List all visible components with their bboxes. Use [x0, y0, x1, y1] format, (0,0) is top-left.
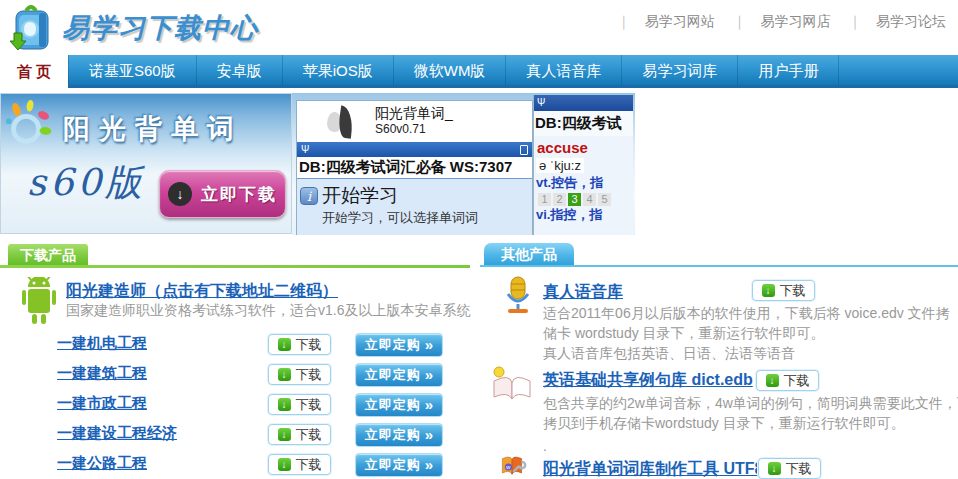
- top-link[interactable]: ｜易学习论坛: [834, 13, 946, 29]
- product-link[interactable]: 一建公路工程: [57, 454, 147, 473]
- banner-edition: s60版: [27, 158, 146, 208]
- nav-item[interactable]: 安卓版: [197, 55, 283, 85]
- word: accuse: [534, 136, 633, 156]
- top-links: ｜易学习网站 ｜易学习网店 ｜易学习论坛: [603, 13, 946, 31]
- product-link[interactable]: 一建建筑工程: [57, 364, 147, 383]
- download-arrow-icon: ↓: [168, 182, 192, 206]
- backpack-download-icon: [6, 3, 56, 53]
- toolkit-book-icon: w: [492, 455, 532, 479]
- book-bulb-icon: [490, 365, 532, 403]
- db-info-line: DB:四级考试词汇必备 WS:7307: [297, 157, 532, 178]
- order-now-button[interactable]: 立即定购 »: [355, 333, 443, 357]
- nav-item[interactable]: 微软WM版: [394, 55, 507, 85]
- banner-title: 阳光背单词: [63, 111, 243, 147]
- status-bar: Ψ: [297, 142, 532, 157]
- download-button[interactable]: ↓ 下载: [756, 370, 819, 391]
- product-link-builder[interactable]: 阳光建造师（点击有下载地址二维码）: [66, 281, 338, 302]
- product-link[interactable]: 一建市政工程: [57, 394, 147, 413]
- tab-other-products: 其他产品: [484, 243, 574, 266]
- meaning-vi: vi.指控，指: [534, 206, 633, 224]
- top-link[interactable]: ｜易学习网站: [603, 13, 715, 29]
- microphone-icon: [502, 276, 534, 314]
- antenna-icon: Ψ: [537, 97, 545, 108]
- tab-download-products: 下载产品: [8, 244, 88, 266]
- logo-link[interactable]: 易学习下载中心: [6, 3, 258, 53]
- download-button[interactable]: ↓ 下载: [268, 364, 331, 385]
- download-button[interactable]: ↓ 下载: [268, 334, 331, 355]
- banner-strip: 阳光背单词 s60版 ↓ 立即下载 阳光背单词_ S60v0.71: [0, 93, 958, 235]
- app-logo-icon: [327, 106, 361, 138]
- nav-item[interactable]: 真人语音库: [506, 55, 622, 85]
- page: 易学习下载中心 ｜易学习网站 ｜易学习网店 ｜易学习论坛 首 页 诺基亚S60版…: [0, 0, 958, 479]
- header: 易学习下载中心 ｜易学习网站 ｜易学习网店 ｜易学习论坛: [0, 0, 958, 55]
- promo-banner: 阳光背单词 s60版 ↓ 立即下载: [0, 93, 292, 234]
- status-bar: Ψ: [534, 95, 633, 111]
- nav-home[interactable]: 首 页: [0, 55, 68, 88]
- download-arrow-icon: ↓: [768, 462, 781, 475]
- meaning-vt: vt.控告，指: [534, 174, 633, 192]
- nav-items: 诺基亚S60版 安卓版 苹果iOS版 微软WM版 真人语音库 易学习词库 用户手…: [68, 55, 839, 85]
- product-desc: 国家建造师职业资格考试练习软件，适合v1.6及以上版本安卓系统: [66, 302, 470, 320]
- download-button[interactable]: ↓ 下载: [268, 424, 331, 445]
- db-info-line: DB:四级考试: [534, 111, 633, 136]
- download-arrow-icon: ↓: [762, 284, 775, 297]
- screenshots-area: 阳光背单词_ S60v0.71 Ψ DB:四级考试词汇必备 WS:7307 i …: [292, 93, 635, 235]
- app-title: 阳光背单词_: [375, 101, 532, 122]
- product-link-voice[interactable]: 真人语音库: [543, 282, 623, 303]
- download-button[interactable]: ↓ 下载: [758, 458, 821, 479]
- menu-item: 开始学习: [322, 183, 478, 209]
- download-arrow-icon: ↓: [278, 428, 291, 441]
- order-now-button[interactable]: 立即定购 »: [355, 393, 443, 417]
- info-icon: i: [300, 187, 318, 205]
- product-desc-line: 真人语音库包括英语、日语、法语等语音: [543, 343, 795, 363]
- product-link[interactable]: 一建建设工程经济: [57, 424, 177, 443]
- app-version: S60v0.71: [375, 122, 532, 136]
- chevron-right-icon: »: [425, 455, 433, 475]
- nav-item[interactable]: 易学习词库: [622, 55, 738, 85]
- menu-desc: 开始学习，可以选择单词词: [322, 209, 478, 227]
- product-desc-line: 包含共享的约2w单词音标，4w单词的例句，简明词典需要此文件，下: [543, 393, 958, 413]
- chevron-right-icon: »: [425, 365, 433, 385]
- product-desc-line: .: [543, 436, 547, 456]
- product-link-toolkit[interactable]: 阳光背单词词库制作工具 UTF8: [543, 459, 763, 479]
- page-number: 2: [553, 193, 566, 206]
- nav-item[interactable]: 诺基亚S60版: [68, 55, 197, 85]
- site-title: 易学习下载中心: [62, 10, 258, 46]
- product-desc-line: 拷贝到手机存储卡wordstudy 目录下，重新运行软件即可。: [543, 413, 905, 433]
- banner-download-button[interactable]: ↓ 立即下载: [159, 170, 286, 218]
- chevron-right-icon: »: [425, 425, 433, 445]
- battery-icon: [520, 145, 528, 155]
- nav-item[interactable]: 用户手册: [738, 55, 839, 85]
- page-number: 5: [598, 193, 611, 206]
- download-button[interactable]: ↓ 下载: [752, 280, 815, 301]
- order-now-button[interactable]: 立即定购 »: [355, 453, 443, 477]
- product-link-dict[interactable]: 英语基础共享例句库 dict.edb: [543, 370, 753, 391]
- download-arrow-icon: ↓: [278, 458, 291, 471]
- download-arrow-icon: ↓: [278, 338, 291, 351]
- top-link[interactable]: ｜易学习网店: [719, 13, 831, 29]
- page-number: 4: [583, 193, 596, 206]
- chevron-right-icon: »: [425, 335, 433, 355]
- phone-screenshot-1: 阳光背单词_ S60v0.71 Ψ DB:四级考试词汇必备 WS:7307 i …: [296, 100, 533, 235]
- pagination: 1 2 3 4 5: [534, 192, 633, 206]
- download-button[interactable]: ↓ 下载: [268, 454, 331, 475]
- phone-screenshot-2: Ψ DB:四级考试 accuse ə ˈkju:z vt.控告，指 1 2 3 …: [533, 95, 633, 235]
- sun-logo-icon: [1, 98, 59, 156]
- nav-item[interactable]: 苹果iOS版: [283, 55, 394, 85]
- chevron-right-icon: »: [425, 395, 433, 415]
- antenna-icon: Ψ: [301, 145, 309, 155]
- download-button[interactable]: ↓ 下载: [268, 394, 331, 415]
- top-link-divider: ｜: [733, 13, 747, 29]
- page-number: 1: [538, 193, 551, 206]
- product-desc-line: 储卡 wordstudy 目录下，重新运行软件即可。: [543, 323, 825, 343]
- order-now-button[interactable]: 立即定购 »: [355, 363, 443, 387]
- android-icon: [16, 277, 62, 327]
- top-link-divider: ｜: [848, 13, 862, 29]
- blue-rule: [480, 265, 958, 267]
- page-number-active: 3: [568, 193, 581, 206]
- product-link[interactable]: 一建机电工程: [57, 334, 147, 353]
- download-arrow-icon: ↓: [766, 374, 779, 387]
- phonetic: ə ˈkju:z: [536, 158, 584, 173]
- product-desc-line: 适合2011年06月以后版本的软件使用，下载后将 voice.edv 文件拷: [543, 303, 950, 323]
- order-now-button[interactable]: 立即定购 »: [355, 423, 443, 447]
